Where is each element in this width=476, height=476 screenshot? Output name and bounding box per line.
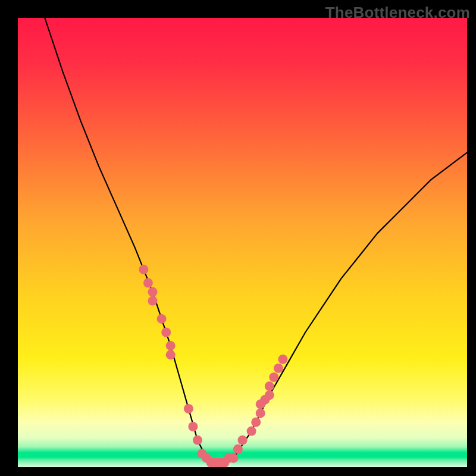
data-point (157, 314, 167, 324)
data-point (265, 381, 274, 391)
data-point (188, 422, 198, 431)
data-point (193, 436, 202, 445)
data-point (233, 444, 243, 454)
data-point (166, 341, 176, 350)
data-point (256, 408, 265, 418)
data-point (278, 355, 287, 364)
data-point (161, 328, 171, 337)
plot-background (18, 18, 467, 467)
plot-area (18, 18, 467, 467)
data-point (139, 265, 148, 274)
data-point (247, 427, 256, 436)
chart-frame: TheBottleneck.com (0, 0, 476, 476)
data-point (148, 287, 158, 297)
data-point (274, 364, 283, 373)
data-point (143, 278, 153, 288)
data-point (251, 418, 261, 427)
data-point (238, 436, 248, 445)
data-point (265, 390, 274, 400)
data-point (184, 404, 193, 414)
data-point (166, 350, 176, 359)
data-point (148, 296, 158, 306)
data-point (228, 453, 238, 463)
chart-svg (18, 18, 467, 467)
data-point (269, 372, 278, 382)
